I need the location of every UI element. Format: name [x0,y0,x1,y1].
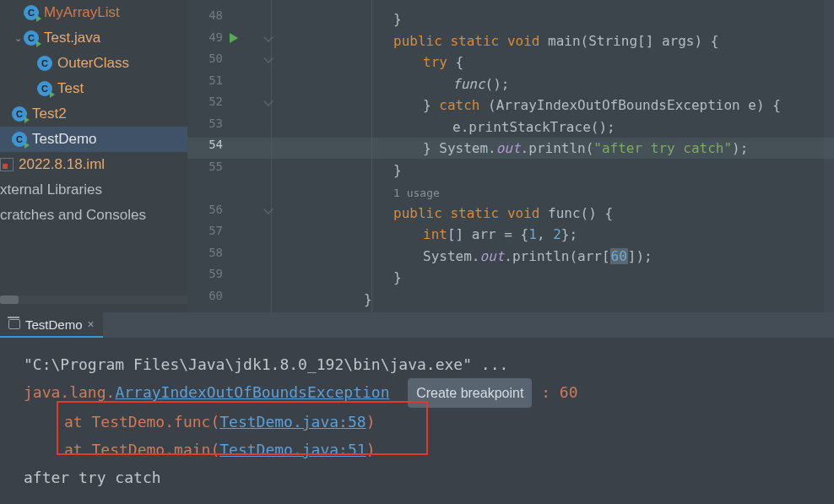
chevron-down-icon[interactable]: ⌄ [12,33,24,44]
tree-item-testdemo[interactable]: C TestDemo [0,127,187,152]
run-tab-testdemo[interactable]: TestDemo × [0,312,103,338]
console-exception: java.lang.ArrayIndexOutOfBoundsException… [24,378,810,408]
code-line: public static void func() { [393,203,613,224]
editor-vscroll-track[interactable] [824,0,834,312]
line-number: 54 [187,138,223,151]
line-number: 49 [187,30,223,44]
exception-link[interactable]: ArrayIndexOutOfBoundsException [115,383,389,401]
fold-toggle-icon[interactable] [263,204,273,214]
line-number: 55 [187,160,223,173]
create-breakpoint-button[interactable]: Create breakpoint [408,378,532,408]
project-tree: C MyArrayList ⌄ C Test.java C OuterClass… [0,0,187,312]
line-number: 59 [187,267,223,280]
tree-item-outerclass[interactable]: C OuterClass [0,51,187,76]
tree-item-iml[interactable]: 2022.8.18.iml [0,152,187,177]
tree-item-test2[interactable]: C Test2 [0,101,187,127]
stack-frame: at TestDemo.main(TestDemo.java:51) [24,436,810,463]
code-line: } [393,267,402,288]
tree-label: Test.java [44,30,100,46]
tree-item-test[interactable]: C Test [0,76,187,101]
line-number: 48 [187,8,223,22]
terminal-icon [8,319,20,329]
tree-label: OuterClass [57,55,129,72]
stack-frame: at TestDemo.func(TestDemo.java:58) [24,408,810,436]
code-line: } System.out.println("after try catch"); [423,138,748,159]
line-number: 58 [187,246,223,259]
run-console[interactable]: "C:\Program Files\Java\jdk1.8.0_192\bin\… [0,338,834,504]
class-icon: C [37,56,52,71]
tree-label: cratches and Consoles [0,207,146,224]
line-number: 60 [187,289,223,302]
tree-hscroll-track[interactable] [0,295,187,304]
code-line: } catch (ArrayIndexOutOfBoundsException … [423,95,781,116]
fold-toggle-icon[interactable] [263,53,273,62]
tab-label: TestDemo [25,317,83,332]
console-cmd: "C:\Program Files\Java\jdk1.8.0_192\bin\… [24,350,810,378]
code-line: } [364,289,372,310]
tree-item-external-libs[interactable]: xternal Libraries [0,177,187,203]
fold-toggle-icon[interactable] [263,96,273,106]
code-line: } [393,160,402,181]
run-tabbar: TestDemo × [0,312,834,338]
tree-label: TestDemo [32,131,97,148]
code-line: try { [423,51,463,73]
line-number: 51 [187,73,223,87]
code-line: System.out.println(arr[60]); [423,246,653,267]
tree-label: MyArrayList [44,4,120,21]
class-run-icon: C [12,106,27,122]
source-link[interactable]: TestDemo.java:58 [219,413,366,431]
code-line: func(); [452,73,509,95]
source-link[interactable]: TestDemo.java:51 [219,441,366,458]
tree-item-myarraylist[interactable]: C MyArrayList [0,0,187,25]
fold-toggle-icon[interactable] [263,32,273,41]
line-number: 50 [187,51,223,65]
tree-label: 2022.8.18.iml [19,156,105,173]
code-line: int[] arr = {1, 2}; [423,224,577,245]
module-file-icon [0,158,14,171]
close-icon[interactable]: × [88,317,95,331]
tree-hscroll-thumb[interactable] [0,295,19,304]
code-line: } [393,8,402,30]
tree-item-testjava[interactable]: ⌄ C Test.java [0,25,187,51]
selected-literal: 60 [610,248,628,264]
line-number: 52 [187,95,223,108]
tree-label: xternal Libraries [0,182,102,198]
class-run-icon: C [24,30,39,46]
class-run-icon: C [12,132,27,147]
console-output: after try catch [24,463,810,491]
line-number: 53 [187,117,223,130]
usage-hint[interactable]: 1 usage [393,182,440,203]
editor-gutter[interactable]: 48 49 50 51 52 53 54 55 56 57 58 59 60 [187,0,272,312]
tree-label: Test [57,80,84,97]
tree-label: Test2 [32,106,67,122]
code-line: public static void main(String[] args) { [393,30,718,51]
code-line: e.printStackTrace(); [452,117,615,138]
run-gutter-icon[interactable] [230,33,238,43]
class-run-icon: C [24,5,39,20]
line-number: 56 [187,203,223,216]
class-run-icon: C [37,81,52,96]
code-editor[interactable]: 48 49 50 51 52 53 54 55 56 57 58 59 60 }… [187,0,834,312]
line-number: 57 [187,224,223,237]
tree-item-scratches[interactable]: cratches and Consoles [0,203,187,228]
